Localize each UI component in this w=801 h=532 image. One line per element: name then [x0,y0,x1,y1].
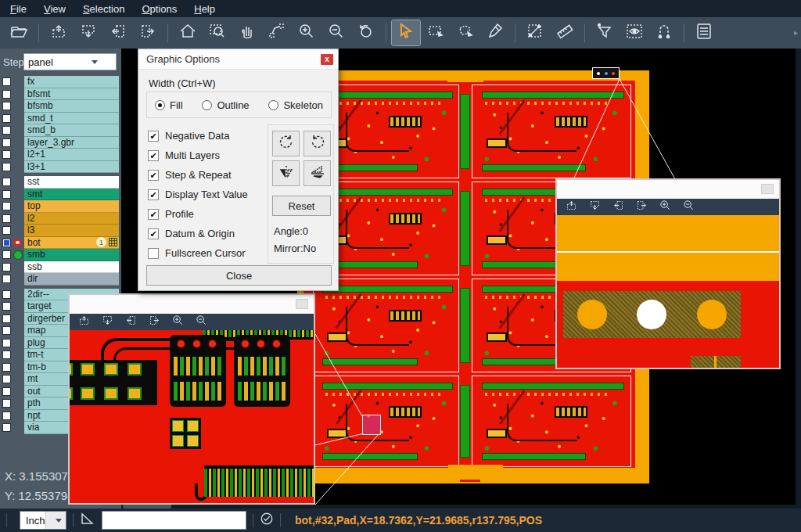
report-button[interactable] [690,20,718,45]
layer-checkbox[interactable] [2,114,11,123]
pan-down-button[interactable] [74,20,102,45]
popup-minimize-button[interactable] [761,184,774,194]
layer-name[interactable]: smb [24,249,119,261]
pan-right-icon[interactable] [148,314,161,330]
layer-row-smd_t[interactable]: smd_t [0,113,121,125]
grid-icon[interactable] [109,238,117,246]
layer-checkbox[interactable] [2,423,11,432]
layer-row-l2[interactable]: l2 [0,213,121,225]
layer-checkbox[interactable] [2,350,11,359]
layer-name[interactable]: l2+1 [24,149,119,161]
magnified-pcb-view[interactable] [557,215,779,368]
menu-selection[interactable]: Selection [74,2,133,16]
layer-name[interactable]: bfsmt [24,88,119,101]
ruler-button[interactable] [551,20,579,45]
layer-checkbox[interactable] [2,302,11,311]
layer-checkbox[interactable] [2,77,11,86]
layer-row-smb[interactable]: smb [0,249,121,261]
layer-checkbox[interactable] [2,399,11,408]
layer-name[interactable]: sst [24,176,119,189]
menu-view[interactable]: View [35,2,74,16]
layer-checkbox[interactable] [2,339,11,347]
pan-up-icon[interactable] [565,199,578,215]
dialog-title-bar[interactable]: Graphic Options x [138,49,338,70]
layer-row-layer_3.gbr[interactable]: layer_3.gbr [0,137,121,149]
layer-name[interactable]: smd_b [24,124,119,137]
layer-name[interactable]: bot1 [24,237,119,250]
zoom-previous-button[interactable] [352,20,380,45]
zoom-in-icon[interactable] [659,199,672,215]
step-select[interactable]: panel [23,53,117,70]
layer-name[interactable]: layer_3.gbr [24,137,119,149]
layer-name[interactable]: l3+1 [24,161,119,174]
layer-checkbox[interactable] [2,126,11,135]
reset-button[interactable]: Reset [272,196,331,216]
layer-row-dir[interactable]: dir [0,273,121,286]
layer-name[interactable]: smd_t [24,113,119,125]
layer-row-l3[interactable]: l3 [0,225,121,237]
zoom-out-icon[interactable] [195,314,208,330]
layer-checkbox[interactable] [2,315,11,323]
pan-down-icon[interactable] [588,199,602,215]
layer-name[interactable]: bfsmb [24,100,119,113]
radio-fill[interactable]: Fill [155,99,183,111]
mirror-horizontal-button[interactable] [272,160,300,186]
menu-file[interactable]: File [2,2,35,16]
layer-checkbox[interactable] [2,326,11,335]
select-cursor-button[interactable] [392,20,420,45]
layer-checkbox[interactable] [2,163,11,171]
magnifier-popup-right[interactable] [555,178,781,369]
rotate-ccw-button[interactable] [304,131,331,156]
checkbox-negative-data[interactable]: ✔Negative Data [148,126,265,146]
layer-name[interactable]: dir [24,273,119,286]
layer-name[interactable]: ssb [24,261,119,274]
mirror-vertical-button[interactable] [304,160,331,186]
layer-name[interactable]: top [24,200,119,213]
layer-row-bfsmb[interactable]: bfsmb [0,100,121,113]
layer-checkbox[interactable] [2,102,11,110]
pan-left-icon[interactable] [612,199,625,215]
layer-row-top[interactable]: top [0,200,121,213]
command-input[interactable] [102,511,246,530]
home-view-button[interactable] [174,20,202,45]
layer-name[interactable]: l3 [24,225,119,237]
popup-title-bar[interactable] [557,180,779,199]
radio-skeleton[interactable]: Skeleton [268,99,323,111]
angle-measure-icon[interactable] [80,511,95,530]
layer-name[interactable]: l2 [24,213,119,225]
pan-left-button[interactable] [104,20,132,45]
pan-right-button[interactable] [134,20,162,45]
layer-checkbox[interactable] [2,138,11,147]
layer-checkbox[interactable] [2,275,11,283]
layer-checkbox[interactable] [2,226,11,235]
layer-name[interactable]: fx [24,76,119,88]
pan-down-icon[interactable] [101,314,114,330]
layer-checkbox[interactable] [2,290,11,299]
pan-right-icon[interactable] [635,199,648,215]
layer-checkbox[interactable] [2,90,11,99]
magnifier-popup-left[interactable] [68,293,315,505]
layer-checkbox[interactable] [2,263,11,271]
zoom-in-icon[interactable] [171,314,185,330]
zoom-out-icon[interactable] [682,199,695,215]
layer-row-smt[interactable]: smt [0,189,121,201]
layer-checkbox[interactable] [2,202,11,210]
layer-row-bfsmt[interactable]: bfsmt [0,88,121,101]
layer-row-ssb[interactable]: ssb [0,261,121,274]
rect-select-button[interactable] [422,20,450,45]
diagonal-measure-button[interactable] [521,20,549,45]
checkbox-profile[interactable]: ✔Profile [148,204,265,224]
zoom-in-button[interactable] [293,20,321,45]
radio-outline[interactable]: Outline [202,99,249,111]
pan-up-icon[interactable] [77,314,91,330]
route-measure-button[interactable] [263,20,291,45]
filter-button[interactable] [591,20,619,45]
layer-checkbox[interactable] [2,387,11,396]
menu-options[interactable]: Options [133,2,185,16]
layer-checkbox[interactable] [2,178,11,186]
popup-title-bar[interactable] [70,295,314,314]
open-file-button[interactable] [5,20,33,45]
layer-row-sst[interactable]: sst [0,176,121,189]
layer-row-l2+1[interactable]: l2+1 [0,149,121,161]
layer-name[interactable]: smt [24,189,119,201]
